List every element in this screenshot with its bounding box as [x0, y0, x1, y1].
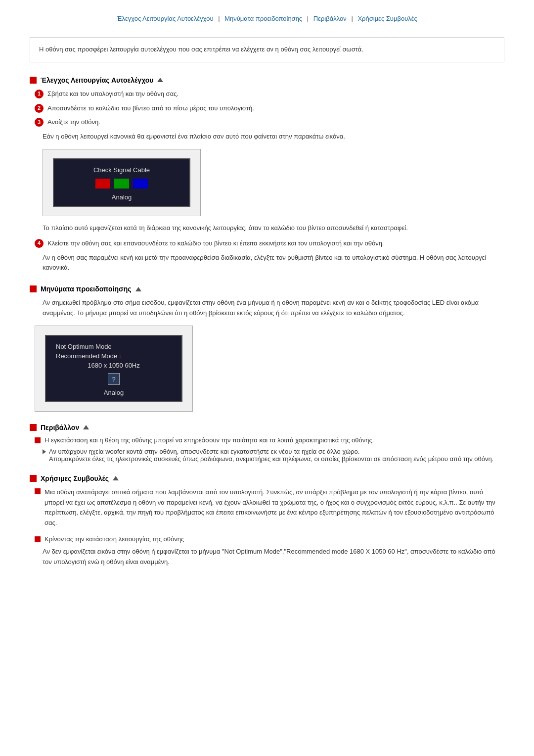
color-blocks: [64, 179, 179, 189]
section1-sub1: Εάν η οθόνη λειτουργεί κανονικά θα εμφαν…: [43, 132, 504, 142]
section3-icon: [30, 424, 37, 431]
section4-bullet2-text: Κρίνοντας την κατάσταση λειτουργίας της …: [44, 535, 184, 543]
color-block-red: [95, 179, 110, 189]
step-4: 4 Κλείστε την οθόνη σας και επανασυνδέστ…: [35, 238, 504, 249]
section3-title: Περιβάλλον: [41, 424, 79, 431]
nav-separator-1: |: [218, 15, 220, 22]
section4-sub-bullet2: Αν δεν εμφανίζεται εικόνα στην οθόνη ή ε…: [43, 547, 504, 567]
section3-arrow1-text: Αν υπάρχουν ηχεία woofer κοντά στην οθόν…: [49, 448, 359, 455]
step3-number: 3: [35, 118, 44, 127]
monitor-inner-1: Check Signal Cable Analog: [53, 158, 190, 207]
section4-bullet1-icon: [35, 488, 41, 494]
section3-bullet1-icon: [35, 437, 41, 443]
monitor-inner-2: Not Optimum Mode Recommended Mode : 1680…: [45, 335, 182, 402]
step2-text: Αποσυνδέστε το καλώδιο του βίντεο από το…: [47, 103, 254, 114]
section1-sub3: Αν η οθόνη σας παραμένει κενή και μετά τ…: [43, 253, 504, 274]
section1-steps: 1 Σβήστε και τον υπολογιστή και την οθόν…: [30, 89, 504, 128]
section1-title: Έλεγχος Λειτουργίας Αυτοελέγχου: [41, 76, 153, 84]
nav-link-environment[interactable]: Περιβάλλον: [313, 15, 347, 22]
section4-icon: [30, 475, 37, 482]
section2-text: Αν σημειωθεί πρόβλημα στο σήμα εισόδου, …: [43, 298, 504, 319]
section4-bullet1: Μια οθόνη αναπάραγει οπτικά σήματα που λ…: [35, 487, 504, 528]
section4-arrow-icon: [113, 476, 119, 480]
nav-link-tips[interactable]: Χρήσιμες Συμβουλές: [357, 15, 417, 22]
info-box-text: Η οθόνη σας προσφέρει λειτουργία αυτοελέ…: [39, 46, 363, 53]
section1-step4-list: 4 Κλείστε την οθόνη σας και επανασυνδέστ…: [30, 238, 504, 249]
nav-link-warnings[interactable]: Μηνύματα προειδοποίησης: [224, 15, 302, 22]
section1-arrow-icon: [157, 78, 163, 82]
info-box: Η οθόνη σας προσφέρει λειτουργία αυτοελέ…: [30, 37, 504, 62]
step-3: 3 Ανοίξτε την οθόνη.: [35, 117, 504, 128]
step4-number: 4: [35, 239, 44, 248]
section4-title: Χρήσιμες Συμβουλές: [41, 474, 109, 482]
section3-arrow-icon: [83, 425, 89, 429]
section2-title: Μηνύματα προειδοποίησης: [41, 285, 132, 293]
step2-number: 2: [35, 104, 44, 113]
section1-header: Έλεγχος Λειτουργίας Αυτοελέγχου: [30, 76, 504, 84]
step-2: 2 Αποσυνδέστε το καλώδιο του βίντεο από …: [35, 103, 504, 114]
section2-arrow-icon: [135, 287, 141, 291]
monitor-diagram-2: Not Optimum Mode Recommended Mode : 1680…: [35, 326, 193, 412]
top-navigation: Έλεγχος Λειτουργίας Αυτοελέγχου | Μηνύμα…: [30, 15, 504, 22]
analog-label-2: Analog: [56, 389, 172, 396]
analog-label-1: Analog: [64, 193, 179, 201]
color-block-green: [114, 179, 129, 189]
section3-header: Περιβάλλον: [30, 424, 504, 431]
nav-separator-3: |: [351, 15, 353, 22]
section4-header: Χρήσιμες Συμβουλές: [30, 474, 504, 482]
signal-title: Check Signal Cable: [64, 166, 179, 174]
section4-bullet2-icon: [35, 536, 41, 542]
nav-link-auto-check[interactable]: Έλεγχος Λειτουργίας Αυτοελέγχου: [117, 15, 213, 22]
arrow-right-icon-1: [43, 449, 46, 454]
mode-title: Not Optimum Mode: [56, 343, 172, 350]
section3-bullet1-text: Η εγκατάσταση και η θέση της οθόνης μπορ…: [44, 436, 374, 444]
step1-text: Σβήστε και τον υπολογιστή και την οθόνη …: [47, 89, 178, 99]
section4-bullet1-text: Μια οθόνη αναπάραγει οπτικά σήματα που λ…: [44, 487, 504, 528]
nav-separator-2: |: [307, 15, 309, 22]
step1-number: 1: [35, 90, 44, 98]
section2-header: Μηνύματα προειδοποίησης: [30, 285, 504, 293]
section3-arrow1: Αν υπάρχουν ηχεία woofer κοντά στην οθόν…: [43, 448, 504, 463]
step-1: 1 Σβήστε και τον υπολογιστή και την οθόν…: [35, 89, 504, 99]
mode-rec: Recommended Mode :: [56, 352, 172, 360]
section1-icon: [30, 77, 37, 84]
section4-bullet2: Κρίνοντας την κατάσταση λειτουργίας της …: [35, 535, 504, 543]
step3-text: Ανοίξτε την οθόνη.: [47, 117, 100, 128]
monitor-diagram-1: Check Signal Cable Analog: [43, 149, 201, 216]
section2-icon: [30, 285, 37, 292]
step4-text: Κλείστε την οθόνη σας και επανασυνδέστε …: [47, 238, 384, 249]
color-block-blue: [133, 179, 148, 189]
section3-arrow1-cont: Απομακρύνετε όλες τις ηλεκτρονικές συσκε…: [49, 455, 493, 463]
section3-bullet1: Η εγκατάσταση και η θέση της οθόνης μπορ…: [35, 436, 504, 444]
question-box: ?: [108, 373, 120, 385]
section1-sub2: Το πλαίσιο αυτό εμφανίζεται κατά τη διάρ…: [43, 223, 504, 234]
mode-res: 1680 x 1050 60Hz: [56, 362, 172, 369]
